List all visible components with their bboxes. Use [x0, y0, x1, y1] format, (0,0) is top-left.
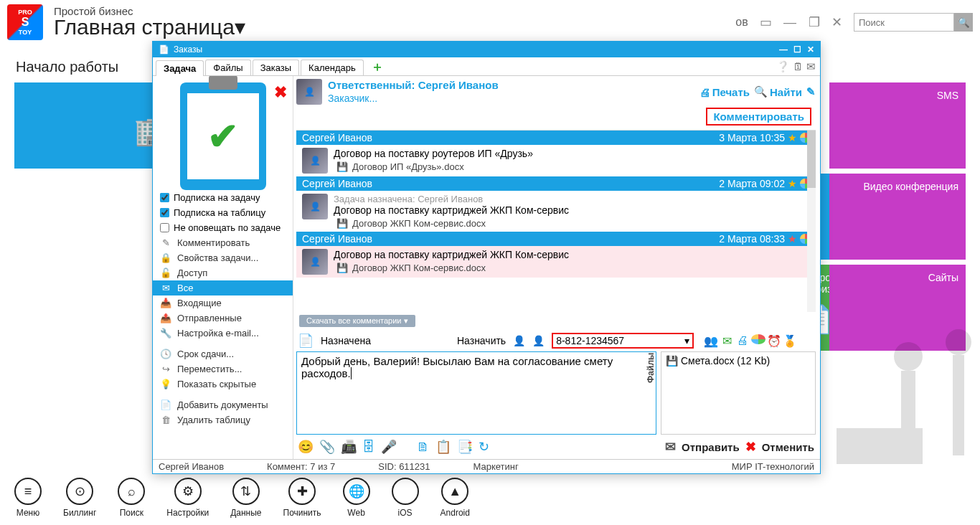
comments-scrollbar[interactable]	[807, 131, 816, 312]
tab-calendar[interactable]: Календарь	[301, 60, 364, 75]
svg-point-3	[894, 342, 923, 371]
sb-comment: Коммент: 7 из 7	[267, 461, 335, 472]
close-icon[interactable]: ✕	[831, 15, 842, 29]
comment-item[interactable]: Сергей Иванов2 Марта 09:02★ 👤 Задача наз…	[296, 176, 816, 232]
left-all[interactable]: ✉Все	[153, 280, 293, 295]
doc-add-icon[interactable]: 🗎	[417, 440, 430, 455]
tab-files[interactable]: Файлы	[205, 60, 250, 75]
files-pane[interactable]: 💾 Смета.docx (12 Kb)	[661, 351, 816, 435]
alarm-icon[interactable]: ⏰	[767, 334, 781, 348]
subscribe-table[interactable]: Подписка на таблицу	[153, 205, 293, 220]
clock-icon: 🕓	[160, 349, 171, 359]
priority-selector-icon[interactable]	[751, 334, 765, 344]
assign-phone-combo[interactable]: 8-812-1234567▾	[552, 333, 694, 349]
task-window-title: Заказы	[174, 44, 202, 55]
bt-billing[interactable]: ⊙Биллинг	[63, 478, 96, 518]
mic-icon[interactable]: 🎤	[381, 439, 397, 455]
refresh-icon[interactable]: ↻	[479, 439, 489, 455]
data-icon: ⇅	[232, 478, 260, 505]
left-add-docs[interactable]: 📄Добавить документы	[153, 397, 293, 412]
comment-attachment[interactable]: 💾Договор ЖКП Ком-сервис.docx	[336, 218, 569, 229]
mail-check-icon[interactable]: ✉	[720, 334, 734, 348]
maximize-icon[interactable]: ❐	[809, 15, 820, 29]
bt-search[interactable]: ⌕Поиск	[118, 478, 145, 518]
tile-video[interactable]: Видео конференция	[829, 174, 966, 260]
cancel-icon: ✖	[745, 439, 756, 455]
scanner-icon[interactable]: 📠	[341, 439, 357, 455]
star-icon[interactable]: ★	[788, 132, 797, 143]
badge-icon[interactable]: 🏅	[783, 334, 797, 348]
left-email-settings[interactable]: 🔧Настройка e-mail...	[153, 326, 293, 341]
clipboard-icon[interactable]: 📋	[435, 439, 451, 455]
search-button[interactable]: 🔍	[954, 13, 973, 32]
download-all-comments[interactable]: Скачать все комментарии ▾	[299, 315, 415, 327]
attach-icon[interactable]: 📎	[319, 439, 335, 455]
billing-icon: ⊙	[66, 478, 93, 505]
bt-settings[interactable]: ⚙Настройки	[166, 478, 209, 518]
assign-user-icon[interactable]: 👤	[532, 335, 545, 346]
outbox-icon: 📤	[160, 313, 171, 323]
bt-android[interactable]: ▲Android	[440, 478, 470, 518]
tile-sms[interactable]: SMS	[829, 82, 966, 169]
star-icon[interactable]: ★	[788, 178, 797, 189]
files-pane-label: Файлы	[646, 353, 656, 383]
tab-orders[interactable]: Заказы	[253, 60, 299, 75]
left-inbox[interactable]: 📥Входящие	[153, 295, 293, 311]
left-access[interactable]: 🔓Доступ	[153, 265, 293, 280]
comment-attachment[interactable]: 💾Договор ИП «Друзь».docx	[336, 161, 533, 172]
bt-web[interactable]: 🌐Web	[343, 478, 370, 518]
user-check-icon[interactable]: 👥	[704, 334, 718, 348]
comment-author: Сергей Иванов	[302, 233, 372, 245]
cancel-button[interactable]: Отменить	[762, 441, 814, 453]
compose-status: Назначена	[321, 335, 371, 346]
unlock-icon: 🔓	[160, 268, 171, 278]
no-notify[interactable]: Не оповещать по задаче	[153, 220, 293, 235]
bt-ios[interactable]: iOS	[392, 478, 419, 518]
bt-repair[interactable]: ✚Починить	[283, 478, 321, 518]
left-delete-table[interactable]: 🗑Удалить таблицу	[153, 412, 293, 427]
compose-textarea[interactable]: Добрый день, Валерий! Высылаю Вам на сог…	[296, 351, 656, 435]
bt-data[interactable]: ⇅Данные	[230, 478, 261, 518]
comment-item[interactable]: Сергей Иванов3 Марта 10:35★ 👤 Договор на…	[296, 131, 816, 176]
print-icon[interactable]: 🖨	[735, 334, 750, 348]
left-show-hidden[interactable]: 💡Показать скрытые	[153, 377, 293, 392]
left-sent[interactable]: 📤Отправленные	[153, 311, 293, 326]
comments-feed: Сергей Иванов3 Марта 10:35★ 👤 Договор на…	[296, 130, 816, 312]
send-button[interactable]: Отправить	[682, 441, 740, 453]
tab-add[interactable]: ＋	[365, 58, 390, 75]
mail-icon[interactable]: ✉	[806, 60, 816, 73]
left-properties[interactable]: 🔒Свойства задачи...	[153, 250, 293, 265]
win-minimize[interactable]: —	[779, 44, 788, 55]
win-close[interactable]: ✕	[807, 44, 814, 55]
customer-link[interactable]: Заказчик...	[328, 93, 377, 104]
db-icon[interactable]: 🗄	[362, 440, 375, 455]
left-deadline[interactable]: 🕓Срок сдачи...	[153, 346, 293, 361]
copy-icon[interactable]: 📑	[457, 439, 473, 455]
find-button[interactable]: 🔍Найти	[754, 85, 802, 98]
comment-button[interactable]: Комментировать	[706, 108, 811, 126]
minimize-icon[interactable]: —	[783, 15, 796, 29]
tab-task[interactable]: Задача	[156, 60, 204, 76]
win-maximize[interactable]: ☐	[793, 44, 801, 55]
star-icon[interactable]: ★	[788, 233, 797, 245]
left-comment[interactable]: ✎Комментировать	[153, 235, 293, 250]
comment-item[interactable]: Сергей Иванов2 Марта 08:33★ 👤 Договор на…	[296, 232, 816, 278]
close-task-icon[interactable]: ✖	[274, 83, 287, 102]
document-icon: 📄	[159, 44, 169, 55]
print-button[interactable]: 🖨Печать	[699, 86, 750, 98]
comment-attachment[interactable]: 💾Договор ЖКП Ком-сервис.docx	[336, 262, 569, 273]
help-icon[interactable]: ❔	[776, 60, 790, 73]
left-move[interactable]: ↪Переместить...	[153, 361, 293, 377]
page-title[interactable]: Главная страница▾	[54, 14, 735, 39]
search-input[interactable]	[854, 13, 954, 32]
calendar-icon[interactable]: 🗓	[793, 60, 804, 73]
subscribe-task[interactable]: Подписка на задачу	[153, 190, 293, 205]
settings-icon: ⚙	[174, 478, 202, 505]
task-window-titlebar[interactable]: 📄 Заказы — ☐ ✕	[153, 42, 820, 57]
bt-menu[interactable]: ≡Меню	[14, 478, 42, 518]
edit-icon[interactable]: ✎	[806, 85, 816, 98]
assign-user-add-icon[interactable]: 👤	[513, 335, 525, 346]
emoji-icon[interactable]: 😊	[298, 439, 314, 455]
attached-file[interactable]: Смета.docx (12 Kb)	[681, 355, 770, 366]
responsible-link[interactable]: Ответственный: Сергей Иванов	[328, 79, 499, 91]
